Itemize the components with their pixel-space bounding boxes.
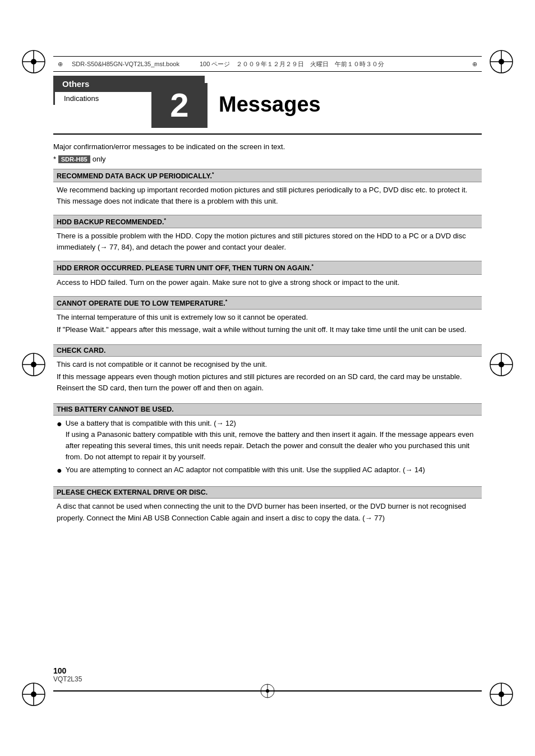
only-label: only (93, 155, 106, 163)
page-title: Messages (219, 93, 321, 117)
footer-code: VQT2L35 (53, 675, 82, 683)
footer: 100 VQT2L35 (53, 666, 82, 683)
corner-mark-bl (17, 677, 50, 711)
battery-bullet-text-1: Use a battery that is compatible with th… (66, 418, 478, 463)
msg-body-recommend: We recommend backing up important record… (53, 182, 482, 209)
sdr-note-line: * SDR-H85only (53, 155, 482, 163)
bullet-dot-1: ● (57, 418, 62, 463)
msg-header-low-temp: CANNOT OPERATE DUE TO LOW TEMPERATURE.* (53, 296, 482, 310)
msg-body-low-temp: The internal temperature of this unit is… (53, 310, 482, 339)
footer-page-number: 100 (53, 666, 82, 675)
svg-point-19 (31, 362, 36, 367)
svg-point-27 (266, 689, 269, 693)
battery-bullet-1: ● Use a battery that is compatible with … (57, 418, 478, 463)
chapter-block: 2 (151, 83, 207, 128)
msg-body-check-card: This card is not compatible or it cannot… (53, 357, 482, 397)
corner-mark-tl (17, 45, 50, 79)
svg-point-3 (31, 59, 36, 64)
msg-header-hdd-backup: HDD BACKUP RECOMMENDED.* (53, 215, 482, 228)
intro-content: Major confirmation/error messages to be … (53, 142, 285, 151)
low-temp-p1: The internal temperature of this unit is… (57, 312, 478, 323)
svg-point-7 (499, 59, 504, 64)
corner-mark-mid-r (485, 348, 518, 381)
msg-header-hdd-error: HDD ERROR OCCURRED. PLEASE TURN UNIT OFF… (53, 261, 482, 274)
msg-body-battery: ● Use a battery that is compatible with … (53, 416, 482, 481)
corner-mark-mid-l (17, 348, 50, 381)
chapter-number: 2 (170, 89, 188, 122)
msg-section-ext-drive: PLEASE CHECK EXTERNAL DRIVE OR DISC. A d… (53, 486, 482, 525)
svg-point-11 (31, 692, 36, 697)
top-header-bar: ⊕ SDR-S50&H85GN-VQT2L35_mst.book 100 ページ… (53, 56, 482, 72)
msg-body-hdd-error: Access to HDD failed. Turn on the power … (53, 275, 482, 291)
svg-point-15 (499, 692, 504, 697)
msg-header-check-card: CHECK CARD. (53, 344, 482, 357)
msg-body-ext-drive: A disc that cannot be used when connecti… (53, 499, 482, 525)
bottom-center-crosshair (259, 683, 276, 701)
corner-mark-br (485, 677, 518, 711)
msg-section-check-card: CHECK CARD. This card is not compatible … (53, 344, 482, 397)
msg-section-hdd-backup: HDD BACKUP RECOMMENDED.* There is a poss… (53, 215, 482, 255)
msg-header-ext-drive: PLEASE CHECK EXTERNAL DRIVE OR DISC. (53, 486, 482, 499)
crosshair-icon: ⊕ (58, 61, 63, 68)
header-crosshair-right: ⊕ (472, 61, 477, 68)
msg-section-low-temp: CANNOT OPERATE DUE TO LOW TEMPERATURE.* … (53, 296, 482, 339)
main-divider (53, 133, 482, 135)
header-page-info: 100 ページ ２００９年１２月２９日 火曜日 午前１０時３０分 (200, 60, 384, 68)
intro-text: Major confirmation/error messages to be … (53, 141, 482, 153)
msg-header-recommend: RECOMMEND DATA BACK UP PERIODICALLY.* (53, 169, 482, 182)
msg-section-battery: THIS BATTERY CANNOT BE USED. ● Use a bat… (53, 403, 482, 481)
msg-section-recommend: RECOMMEND DATA BACK UP PERIODICALLY.* We… (53, 169, 482, 209)
sdr-badge: SDR-H85 (58, 155, 90, 163)
header-filename: SDR-S50&H85GN-VQT2L35_mst.book (72, 61, 179, 67)
corner-mark-tr (485, 45, 518, 79)
check-card-p1: This card is not compatible or it cannot… (57, 359, 478, 370)
bullet-dot-2: ● (57, 464, 62, 477)
msg-header-battery: THIS BATTERY CANNOT BE USED. (53, 403, 482, 416)
battery-bullet-2: ● You are attempting to connect an AC ad… (57, 464, 478, 477)
msg-section-hdd-error: HDD ERROR OCCURRED. PLEASE TURN UNIT OFF… (53, 261, 482, 290)
main-content: Major confirmation/error messages to be … (53, 141, 482, 526)
svg-point-23 (499, 362, 504, 367)
low-temp-p2: If "Please Wait." appears after this mes… (57, 324, 478, 335)
battery-bullet-text-2: You are attempting to connect an AC adap… (66, 464, 425, 477)
msg-body-hdd-backup: There is a possible problem with the HDD… (53, 228, 482, 255)
check-card-p2: If this message appears even though moti… (57, 371, 478, 394)
